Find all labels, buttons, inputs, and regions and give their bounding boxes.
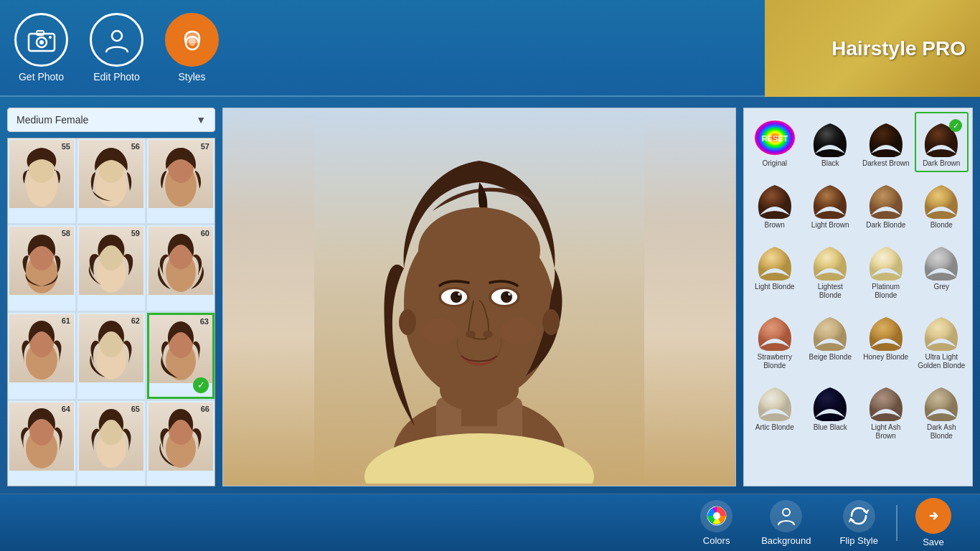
save-icon-circle <box>915 498 951 534</box>
background-action-label: Background <box>761 535 811 546</box>
bottom-bar: Colors Background Flip Style <box>0 494 980 551</box>
ultra-light-golden-label: Ultra Light Golden Blonde <box>918 353 966 370</box>
bottom-action-flip-style[interactable]: Flip Style <box>826 494 892 552</box>
color-strawberry-blonde[interactable]: Strawberry Blonde <box>748 306 802 375</box>
style-cell-63[interactable]: 63 ✓ <box>147 313 215 399</box>
nav-item-styles[interactable]: Styles <box>165 13 219 83</box>
color-honey-blonde[interactable]: Honey Blonde <box>859 306 913 375</box>
platinum-blonde-label: Platinum Blonde <box>862 283 910 300</box>
light-blonde-label: Light Blonde <box>755 283 795 291</box>
dark-blonde-swatch <box>864 179 908 219</box>
styles-icon-circle <box>165 13 219 67</box>
style-cell-64[interactable]: 64 <box>8 401 75 486</box>
brown-label: Brown <box>765 221 785 230</box>
bottom-action-colors[interactable]: Colors <box>686 494 747 552</box>
strawberry-blonde-label: Strawberry Blonde <box>750 353 799 370</box>
colors-action-label: Colors <box>703 535 730 546</box>
artic-blonde-label: Artic Blonde <box>755 423 794 432</box>
color-grey[interactable]: Grey <box>915 235 969 304</box>
color-original[interactable]: RESET Original <box>748 112 802 172</box>
portrait-svg <box>314 110 644 484</box>
color-grid: RESET Original <box>748 112 969 445</box>
honey-blonde-swatch <box>864 311 908 351</box>
svg-point-53 <box>501 319 537 344</box>
get-photo-icon-circle <box>14 13 68 67</box>
brown-swatch <box>753 179 797 219</box>
flip-style-icon-circle <box>843 500 875 532</box>
light-brown-label: Light Brown <box>811 221 849 230</box>
dropdown-arrow-icon: ▼ <box>196 114 206 126</box>
darkest-brown-swatch <box>864 118 908 157</box>
color-brown[interactable]: Brown <box>748 174 802 234</box>
style-category-dropdown[interactable]: Medium Female ▼ <box>7 108 215 132</box>
blue-black-swatch <box>808 382 852 421</box>
svg-point-2 <box>39 40 44 44</box>
svg-point-44 <box>451 291 462 303</box>
bottom-action-background[interactable]: Background <box>747 494 825 552</box>
color-light-brown[interactable]: Light Brown <box>804 174 858 234</box>
selected-checkmark: ✓ <box>193 377 209 393</box>
dark-ash-blonde-label: Dark Ash Blonde <box>918 423 966 441</box>
style-cell-57[interactable]: 57 <box>147 138 215 223</box>
blonde-label: Blonde <box>930 221 953 230</box>
color-platinum-blonde[interactable]: Platinum Blonde <box>859 235 913 304</box>
save-label: Save <box>923 537 944 547</box>
color-ultra-light-golden-blonde[interactable]: Ultra Light Golden Blonde <box>915 306 969 375</box>
color-lightest-blonde[interactable]: Lightest Blonde <box>804 235 858 304</box>
svg-point-48 <box>458 293 461 296</box>
svg-point-45 <box>501 291 512 303</box>
style-cell-65[interactable]: 65 <box>77 401 145 486</box>
blonde-swatch <box>919 179 963 219</box>
lightest-blonde-label: Lightest Blonde <box>806 283 855 300</box>
nav-items: Get Photo Edit Photo Styles <box>14 13 219 83</box>
svg-point-5 <box>112 31 122 41</box>
color-blue-black[interactable]: Blue Black <box>804 376 858 445</box>
color-dark-ash-blonde[interactable]: Dark Ash Blonde <box>915 376 969 445</box>
light-ash-brown-label: Light Ash Brown <box>862 423 910 441</box>
style-cell-59[interactable]: 59 <box>77 225 145 310</box>
edit-photo-icon-circle <box>90 13 143 67</box>
strawberry-blonde-swatch <box>753 311 797 351</box>
camera-icon <box>27 28 56 52</box>
nav-item-get-photo[interactable]: Get Photo <box>14 13 68 83</box>
face-preview <box>223 108 735 486</box>
background-icon-circle <box>770 500 802 532</box>
svg-point-56 <box>542 309 560 335</box>
dark-brown-swatch: ✓ <box>919 118 963 157</box>
style-cell-56[interactable]: 56 <box>77 138 145 223</box>
style-cell-60[interactable]: 60 <box>147 225 215 310</box>
color-artic-blonde[interactable]: Artic Blonde <box>748 376 802 445</box>
color-dark-brown[interactable]: ✓ Dark Brown <box>915 112 969 172</box>
color-blonde[interactable]: Blonde <box>915 174 969 234</box>
ultra-light-golden-swatch <box>919 311 963 351</box>
color-light-ash-brown[interactable]: Light Ash Brown <box>859 376 913 445</box>
style-cell-66[interactable]: 66 <box>147 401 215 486</box>
style-cell-61[interactable]: 61 <box>8 313 75 399</box>
svg-text:RESET: RESET <box>761 134 788 143</box>
main-content: Medium Female ▼ 55 56 <box>0 97 980 494</box>
svg-point-39 <box>418 207 540 293</box>
save-arrow-icon <box>923 506 943 526</box>
svg-point-52 <box>422 319 458 344</box>
nav-item-edit-photo[interactable]: Edit Photo <box>90 13 143 83</box>
blue-black-label: Blue Black <box>814 423 847 432</box>
svg-point-49 <box>508 293 511 296</box>
style-cell-62[interactable]: 62 <box>77 313 145 399</box>
save-button[interactable]: Save <box>901 492 966 551</box>
color-dark-blonde[interactable]: Dark Blonde <box>859 174 913 234</box>
beige-blonde-swatch <box>808 311 852 351</box>
top-navigation-bar: Get Photo Edit Photo Styles <box>0 0 980 97</box>
svg-point-51 <box>483 331 493 338</box>
color-darkest-brown[interactable]: Darkest Brown <box>859 112 913 172</box>
style-grid: 55 56 <box>7 138 215 486</box>
color-black[interactable]: Black <box>804 112 858 172</box>
black-swatch <box>808 118 852 157</box>
svg-point-60 <box>713 512 720 519</box>
left-panel: Medium Female ▼ 55 56 <box>7 108 215 486</box>
style-cell-55[interactable]: 55 <box>8 138 75 223</box>
color-light-blonde[interactable]: Light Blonde <box>748 235 802 304</box>
lightest-blonde-swatch <box>808 241 852 281</box>
color-beige-blonde[interactable]: Beige Blonde <box>804 306 858 375</box>
style-cell-58[interactable]: 58 <box>8 225 75 310</box>
honey-blonde-label: Honey Blonde <box>863 353 908 362</box>
